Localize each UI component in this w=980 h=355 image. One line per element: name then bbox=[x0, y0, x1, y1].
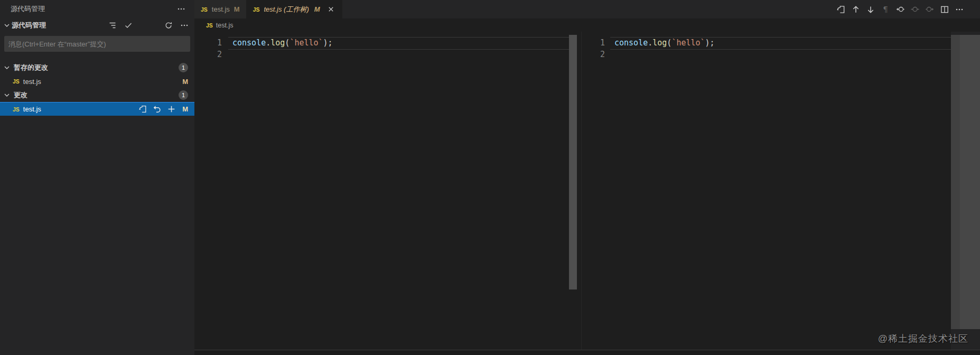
breadcrumb-file: test.js bbox=[216, 22, 234, 29]
discard-changes-icon[interactable] bbox=[152, 105, 162, 114]
sidebar-title-bar: 源代码管理 bbox=[0, 0, 194, 18]
git-status-modified: M bbox=[182, 105, 188, 113]
js-file-icon: JS bbox=[201, 6, 208, 13]
previous-change-up-icon[interactable] bbox=[851, 5, 861, 14]
code-line[interactable]: console.log(`hello`); bbox=[232, 37, 333, 49]
next-change-down-icon[interactable] bbox=[866, 5, 875, 14]
tab-testjs-working-tree[interactable]: JS test.js (工作树) M bbox=[247, 0, 342, 18]
right-pane-scrollbar[interactable] bbox=[951, 35, 960, 329]
scm-provider-title: 源代码管理 bbox=[12, 21, 46, 30]
group-staged-changes[interactable]: 暂存的更改 1 bbox=[0, 61, 194, 74]
more-actions-icon[interactable] bbox=[955, 5, 964, 14]
line-number: 2 bbox=[194, 49, 222, 60]
group-label: 暂存的更改 bbox=[14, 63, 48, 72]
token-punct: . bbox=[648, 38, 652, 48]
scm-file-list: 暂存的更改 1 JS test.js M 更改 1 JS test.js bbox=[0, 61, 194, 116]
view-as-tree-icon[interactable] bbox=[108, 21, 117, 30]
breadcrumb[interactable]: JS test.js bbox=[194, 18, 980, 32]
token-punct: . bbox=[266, 38, 270, 48]
commit-message-box bbox=[4, 36, 190, 52]
close-tab-icon[interactable] bbox=[326, 5, 336, 14]
token-punct: ); bbox=[323, 38, 333, 48]
vscode-window: 源代码管理 源代码管理 bbox=[0, 0, 980, 355]
js-file-icon: JS bbox=[253, 6, 260, 13]
chevron-down-icon bbox=[2, 90, 12, 100]
tab-git-status: M bbox=[314, 5, 320, 13]
group-changes[interactable]: 更改 1 bbox=[0, 88, 194, 102]
more-actions-icon[interactable] bbox=[176, 4, 186, 14]
token-object: console bbox=[614, 38, 648, 48]
stage-changes-plus-icon[interactable] bbox=[166, 105, 176, 114]
chevron-down-icon bbox=[2, 63, 12, 72]
circle-center-icon[interactable] bbox=[910, 5, 920, 14]
token-object: console bbox=[232, 38, 266, 48]
revert-right-circle-icon[interactable] bbox=[925, 5, 935, 14]
more-actions-icon[interactable] bbox=[180, 21, 189, 30]
split-editor-icon[interactable] bbox=[940, 5, 949, 14]
token-function: log bbox=[270, 38, 285, 48]
source-control-sidebar: 源代码管理 源代码管理 bbox=[0, 0, 194, 355]
token-string: `hello` bbox=[290, 38, 323, 48]
line-number: 1 bbox=[194, 37, 222, 49]
changed-file-row-selected[interactable]: JS test.js M bbox=[0, 102, 194, 116]
tab-label: test.js bbox=[212, 5, 230, 13]
tab-git-status: M bbox=[234, 5, 240, 13]
editor-tab-bar: JS test.js M JS test.js (工作树) M ¶ bbox=[194, 0, 980, 18]
token-punct: ); bbox=[705, 38, 715, 48]
code-line[interactable]: console.log(`hello`); bbox=[614, 37, 715, 49]
commit-message-input[interactable] bbox=[4, 36, 190, 52]
js-file-icon: JS bbox=[13, 106, 20, 113]
tab-testjs[interactable]: JS test.js M bbox=[194, 0, 247, 18]
left-pane-scrollbar[interactable] bbox=[569, 35, 577, 289]
commit-check-icon[interactable] bbox=[124, 21, 133, 30]
token-string: `hello` bbox=[671, 38, 705, 48]
minimap[interactable] bbox=[960, 35, 980, 329]
count-badge: 1 bbox=[179, 63, 188, 72]
scm-provider-header[interactable]: 源代码管理 bbox=[0, 18, 194, 33]
refresh-icon[interactable] bbox=[164, 21, 173, 30]
js-file-icon: JS bbox=[13, 78, 20, 85]
sidebar-title: 源代码管理 bbox=[11, 4, 45, 14]
group-label: 更改 bbox=[14, 90, 27, 100]
open-file-icon[interactable] bbox=[836, 5, 846, 14]
watermark: @稀土掘金技术社区 bbox=[878, 332, 968, 345]
editor-actions: ¶ bbox=[836, 0, 980, 18]
file-name: test.js bbox=[23, 105, 41, 113]
open-file-icon[interactable] bbox=[138, 105, 147, 114]
staged-file-row[interactable]: JS test.js M bbox=[0, 74, 194, 88]
diff-pane-divider[interactable] bbox=[581, 32, 582, 350]
editor-bottom-edge bbox=[194, 350, 980, 355]
token-function: log bbox=[652, 38, 667, 48]
line-number: 1 bbox=[577, 37, 605, 49]
js-file-icon: JS bbox=[206, 22, 213, 29]
chevron-down-icon bbox=[2, 21, 12, 30]
revert-left-circle-icon[interactable] bbox=[895, 5, 905, 14]
git-status-modified: M bbox=[182, 78, 188, 86]
line-number: 2 bbox=[577, 49, 605, 60]
count-badge: 1 bbox=[179, 90, 188, 100]
file-name: test.js bbox=[23, 78, 41, 86]
whitespace-pilcrow-icon[interactable]: ¶ bbox=[881, 5, 890, 14]
tab-label: test.js (工作树) bbox=[264, 5, 309, 14]
